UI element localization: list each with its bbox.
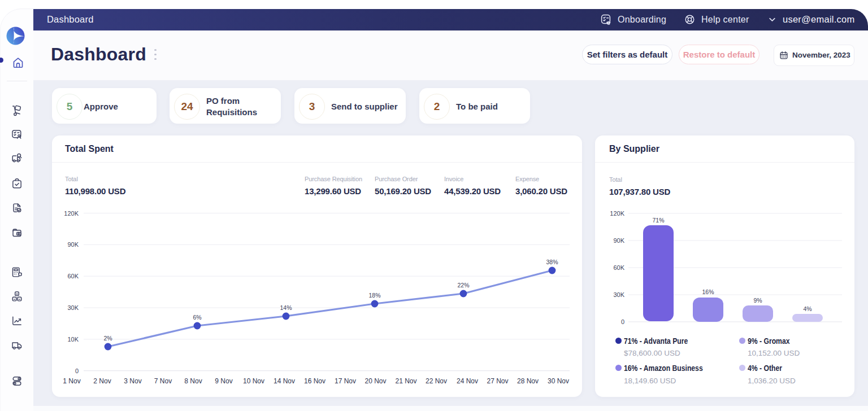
svg-text:4%: 4%: [803, 305, 811, 312]
svg-text:24 Nov: 24 Nov: [457, 377, 478, 385]
svg-text:30 Nov: 30 Nov: [548, 377, 569, 385]
svg-text:38%: 38%: [546, 259, 558, 265]
svg-text:2 Nov: 2 Nov: [93, 377, 111, 385]
svg-text:10 Nov: 10 Nov: [243, 377, 264, 385]
svg-text:9%: 9%: [753, 297, 762, 304]
svg-text:14 Nov: 14 Nov: [274, 377, 295, 385]
svg-text:7 Nov: 7 Nov: [154, 377, 172, 385]
svg-text:16 Nov: 16 Nov: [304, 377, 326, 385]
svg-text:28 Nov: 28 Nov: [517, 377, 539, 385]
svg-text:14%: 14%: [280, 304, 292, 311]
svg-text:1 Nov: 1 Nov: [63, 377, 80, 385]
svg-text:0: 0: [75, 368, 79, 374]
svg-text:0: 0: [621, 318, 624, 325]
svg-text:2%: 2%: [103, 335, 112, 342]
svg-text:120K: 120K: [610, 210, 624, 217]
svg-text:71%: 71%: [652, 217, 664, 224]
svg-text:90K: 90K: [67, 241, 79, 248]
svg-text:27 Nov: 27 Nov: [487, 377, 508, 385]
svg-text:60K: 60K: [67, 273, 79, 279]
svg-text:18%: 18%: [368, 292, 380, 299]
svg-text:17 Nov: 17 Nov: [335, 377, 356, 385]
svg-text:3 Nov: 3 Nov: [124, 377, 141, 385]
svg-text:90K: 90K: [613, 237, 624, 244]
svg-text:60K: 60K: [613, 264, 624, 271]
svg-text:10K: 10K: [67, 336, 79, 343]
svg-text:6%: 6%: [193, 314, 201, 321]
svg-text:120K: 120K: [64, 210, 79, 217]
svg-text:22%: 22%: [457, 282, 469, 288]
svg-text:16%: 16%: [702, 288, 714, 295]
svg-text:30K: 30K: [67, 304, 79, 311]
svg-text:30K: 30K: [613, 291, 624, 298]
svg-text:9 Nov: 9 Nov: [215, 377, 232, 385]
svg-text:20 Nov: 20 Nov: [364, 377, 386, 385]
svg-text:21 Nov: 21 Nov: [395, 377, 416, 385]
svg-text:8 Nov: 8 Nov: [184, 377, 202, 385]
svg-text:22 Nov: 22 Nov: [426, 377, 447, 385]
